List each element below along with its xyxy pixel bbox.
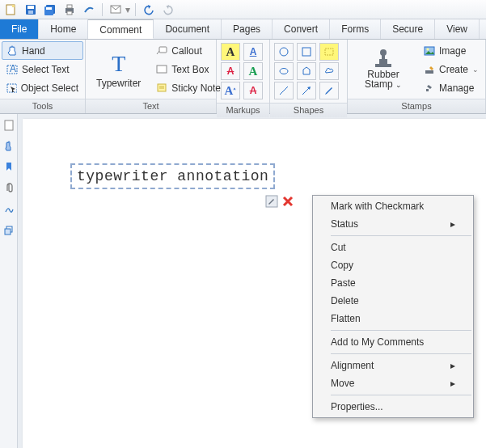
manage-label: Manage bbox=[439, 82, 474, 94]
stickynote-button[interactable]: Sticky Note bbox=[151, 78, 226, 97]
dropdown-indicator[interactable]: ▾ bbox=[125, 4, 130, 15]
ctx-copy[interactable]: Copy bbox=[313, 256, 473, 274]
print-icon[interactable] bbox=[61, 2, 78, 18]
tab-comment[interactable]: Comment bbox=[88, 19, 154, 39]
highlight-icon[interactable]: A bbox=[221, 43, 240, 61]
bookmark-side-icon[interactable] bbox=[2, 161, 15, 174]
image-button[interactable]: Image bbox=[419, 41, 484, 60]
svg-rect-1 bbox=[12, 5, 15, 7]
pencil-icon[interactable] bbox=[319, 82, 339, 99]
typewriter-annotation[interactable]: typewriter annotation bbox=[70, 163, 275, 189]
document-page[interactable]: typewriter annotation Mark with Checkmar… bbox=[23, 119, 486, 448]
create-label: Create bbox=[439, 64, 468, 75]
group-tools: Hand A Select Text Object Select Tools bbox=[0, 40, 86, 113]
circle-icon[interactable] bbox=[274, 43, 294, 61]
cloud-icon[interactable] bbox=[319, 62, 339, 80]
undo-icon[interactable] bbox=[141, 2, 157, 18]
svg-rect-4 bbox=[28, 11, 33, 14]
context-menu: Mark with Checkmark Status▸ Cut Copy Pas… bbox=[312, 195, 474, 418]
delete-handle-icon[interactable] bbox=[281, 195, 294, 208]
edit-handle-icon[interactable] bbox=[265, 195, 278, 208]
separator bbox=[102, 3, 103, 16]
save-all-icon[interactable] bbox=[42, 2, 58, 18]
ctx-mark-checkmark[interactable]: Mark with Checkmark bbox=[313, 197, 473, 215]
ctx-flatten[interactable]: Flatten bbox=[313, 310, 473, 328]
save-icon[interactable] bbox=[23, 2, 39, 18]
tab-secure[interactable]: Secure bbox=[381, 19, 435, 39]
hand-side-icon[interactable] bbox=[2, 140, 15, 153]
submenu-arrow-icon: ▸ bbox=[450, 218, 455, 230]
object-select-button[interactable]: Object Select bbox=[2, 78, 83, 97]
textbox-button[interactable]: Text Box bbox=[151, 60, 226, 78]
email-icon[interactable] bbox=[108, 2, 124, 18]
tab-pages[interactable]: Pages bbox=[222, 19, 273, 39]
select-text-button[interactable]: A Select Text bbox=[2, 60, 83, 78]
ctx-delete[interactable]: Delete bbox=[313, 292, 473, 310]
replace-icon[interactable]: A bbox=[243, 82, 263, 99]
strikeout-icon[interactable]: A bbox=[221, 62, 240, 80]
squiggly-icon[interactable]: A bbox=[243, 62, 263, 80]
hand-button[interactable]: Hand bbox=[2, 41, 83, 60]
manage-button[interactable]: Manage bbox=[419, 78, 484, 97]
redo-icon[interactable] bbox=[160, 2, 176, 18]
ctx-cut[interactable]: Cut bbox=[313, 239, 473, 256]
typewriter-icon: T bbox=[112, 50, 125, 78]
ribbon: Hand A Select Text Object Select Tools T… bbox=[0, 40, 486, 114]
tab-home[interactable]: Home bbox=[39, 19, 88, 39]
svg-point-31 bbox=[426, 48, 429, 50]
polygon-icon[interactable] bbox=[297, 62, 316, 80]
select-text-label: Select Text bbox=[22, 64, 69, 75]
svg-point-23 bbox=[280, 69, 288, 74]
svg-rect-27 bbox=[379, 59, 387, 64]
tracker-icon[interactable] bbox=[81, 2, 97, 18]
tab-convert[interactable]: Convert bbox=[273, 19, 330, 39]
svg-point-20 bbox=[280, 48, 288, 56]
group-shapes: Shapes bbox=[270, 40, 348, 113]
tab-document[interactable]: Document bbox=[154, 19, 222, 39]
ribbon-tabs: File Home Comment Document Pages Convert… bbox=[0, 19, 486, 40]
ctx-status[interactable]: Status▸ bbox=[313, 215, 473, 233]
attachment-side-icon[interactable] bbox=[2, 182, 15, 195]
highlight-rect-icon[interactable] bbox=[319, 43, 339, 61]
group-text: T Typewriter Callout Text Box Sticky Not… bbox=[86, 40, 217, 113]
insert-icon[interactable]: A˄ bbox=[221, 82, 240, 99]
tab-view[interactable]: View bbox=[435, 19, 480, 39]
create-icon bbox=[424, 65, 435, 74]
ctx-separator bbox=[331, 235, 471, 236]
typewriter-label: Typewriter bbox=[96, 78, 141, 89]
ctx-properties[interactable]: Properties... bbox=[313, 398, 473, 416]
ctx-move[interactable]: Move▸ bbox=[313, 374, 473, 392]
svg-rect-10 bbox=[67, 11, 72, 15]
ctx-separator bbox=[331, 330, 471, 331]
layers-side-icon[interactable] bbox=[2, 224, 15, 237]
typewriter-button[interactable]: T Typewriter bbox=[87, 41, 150, 97]
submenu-arrow-icon: ▸ bbox=[450, 378, 455, 389]
arrow-icon[interactable] bbox=[297, 82, 316, 99]
new-doc-icon[interactable] bbox=[3, 2, 19, 18]
square-icon[interactable] bbox=[297, 43, 316, 61]
group-stamps: Rubber Stamp ⌄ Image Create ⌄ Manage Sta… bbox=[348, 40, 486, 113]
create-button[interactable]: Create ⌄ bbox=[419, 60, 484, 78]
ellipse-icon[interactable] bbox=[274, 62, 294, 80]
rubber-stamp-button[interactable]: Rubber Stamp ⌄ bbox=[349, 41, 417, 97]
ctx-alignment[interactable]: Alignment▸ bbox=[313, 357, 473, 374]
stickynote-icon bbox=[156, 83, 167, 93]
tab-batch[interactable]: Batc bbox=[480, 19, 486, 39]
svg-point-29 bbox=[380, 49, 387, 56]
line-icon[interactable] bbox=[274, 82, 294, 99]
ctx-paste[interactable]: Paste bbox=[313, 274, 473, 292]
document-area: typewriter annotation Mark with Checkmar… bbox=[0, 114, 486, 448]
page-thumb-icon[interactable] bbox=[2, 119, 15, 132]
ctx-add-to-comments[interactable]: Add to My Comments bbox=[313, 333, 473, 351]
callout-button[interactable]: Callout bbox=[151, 41, 226, 60]
svg-line-24 bbox=[280, 87, 288, 95]
tab-file[interactable]: File bbox=[0, 19, 39, 39]
underline-icon[interactable]: A bbox=[243, 43, 263, 61]
group-text-label: Text bbox=[86, 99, 216, 113]
select-text-icon: A bbox=[6, 64, 18, 75]
svg-rect-37 bbox=[5, 229, 11, 235]
tab-forms[interactable]: Forms bbox=[330, 19, 381, 39]
stickynote-label: Sticky Note bbox=[171, 82, 221, 94]
signature-side-icon[interactable] bbox=[2, 203, 15, 216]
svg-rect-15 bbox=[159, 47, 167, 53]
